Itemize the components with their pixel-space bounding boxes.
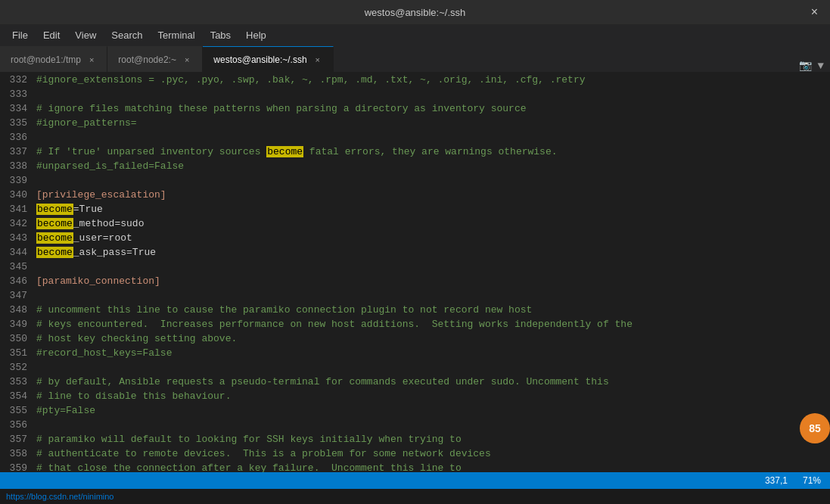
tab-node2[interactable]: root@node2:~ ×: [107, 46, 203, 72]
title-bar: westos@ansible:~/.ssh ×: [0, 0, 830, 24]
code-line-357: 357 # paramiko will default to looking f…: [0, 432, 830, 446]
url-text[interactable]: https://blog.csdn.net/ninimino: [6, 492, 113, 501]
url-bar: https://blog.csdn.net/ninimino: [0, 489, 830, 504]
menu-view[interactable]: View: [69, 28, 102, 42]
tab-node2-close[interactable]: ×: [182, 54, 191, 65]
code-line-347: 347: [0, 288, 830, 303]
code-line-352: 352: [0, 360, 830, 375]
tab-node1-close[interactable]: ×: [87, 54, 96, 65]
tab-node1[interactable]: root@node1:/tmp ×: [0, 46, 107, 72]
tab-node2-label: root@node2:~: [118, 54, 176, 65]
menu-help[interactable]: Help: [240, 28, 272, 42]
close-button[interactable]: ×: [807, 5, 822, 19]
main-container: 332 #ignore_extensions = .pyc, .pyo, .sw…: [0, 73, 830, 504]
code-line-336: 336: [0, 130, 830, 145]
menu-search[interactable]: Search: [105, 28, 148, 42]
code-line-349: 349 # keys encountered. Increases perfor…: [0, 317, 830, 331]
tab-ansible-label: westos@ansible:~/.ssh: [213, 54, 306, 65]
editor: 332 #ignore_extensions = .pyc, .pyo, .sw…: [0, 73, 830, 472]
menu-terminal[interactable]: Terminal: [152, 28, 201, 42]
code-line-359: 359 # that close the connection after a …: [0, 461, 830, 472]
tab-node1-label: root@node1:/tmp: [11, 54, 81, 65]
float-badge: 85: [800, 413, 830, 443]
tab-action-monitor[interactable]: 📷: [799, 59, 812, 72]
code-line-346: 346 [paramiko_connection]: [0, 274, 830, 288]
status-bar: 337,1 71%: [0, 472, 830, 489]
code-line-345: 345: [0, 260, 830, 274]
code-line-344: 344 become_ask_pass=True: [0, 245, 830, 260]
code-line-335: 335 #ignore_patterns=: [0, 116, 830, 130]
code-line-343: 343 become_user=root: [0, 231, 830, 245]
code-line-332: 332 #ignore_extensions = .pyc, .pyo, .sw…: [0, 73, 830, 87]
menu-edit[interactable]: Edit: [37, 28, 66, 42]
code-line-337: 337 # If 'true' unparsed inventory sourc…: [0, 145, 830, 159]
tab-actions: 📷 ▼: [793, 59, 830, 72]
menu-bar: File Edit View Search Terminal Tabs Help: [0, 24, 830, 45]
tab-bar: root@node1:/tmp × root@node2:~ × westos@…: [0, 45, 830, 73]
code-line-350: 350 # host key checking setting above.: [0, 331, 830, 346]
code-area: 332 #ignore_extensions = .pyc, .pyo, .sw…: [0, 73, 830, 472]
zoom-level: 71%: [803, 475, 821, 486]
menu-file[interactable]: File: [6, 28, 34, 42]
editor-content[interactable]: 332 #ignore_extensions = .pyc, .pyo, .sw…: [0, 73, 830, 472]
menu-tabs[interactable]: Tabs: [204, 28, 237, 42]
code-line-358: 358 # authenticate to remote devices. Th…: [0, 446, 830, 461]
code-line-342: 342 become_method=sudo: [0, 216, 830, 231]
tab-ansible-close[interactable]: ×: [313, 54, 322, 65]
tab-ansible[interactable]: westos@ansible:~/.ssh ×: [203, 46, 334, 72]
code-line-340: 340 [privilege_escalation]: [0, 188, 830, 202]
title-text: westos@ansible:~/.ssh: [365, 7, 466, 18]
code-line-341: 341 become=True: [0, 202, 830, 216]
code-line-351: 351 #record_host_keys=False: [0, 346, 830, 360]
code-line-339: 339: [0, 173, 830, 188]
tab-action-dropdown[interactable]: ▼: [818, 60, 824, 72]
code-line-356: 356: [0, 418, 830, 432]
code-line-338: 338 #unparsed_is_failed=False: [0, 159, 830, 173]
code-line-355: 355 #pty=False: [0, 403, 830, 418]
code-line-353: 353 # by default, Ansible requests a pse…: [0, 375, 830, 389]
code-line-333: 333: [0, 87, 830, 101]
cursor-position: 337,1: [765, 475, 788, 486]
code-line-334: 334 # ignore files matching these patter…: [0, 101, 830, 116]
code-line-354: 354 # line to disable this behaviour.: [0, 389, 830, 403]
code-line-348: 348 # uncomment this line to cause the p…: [0, 303, 830, 317]
